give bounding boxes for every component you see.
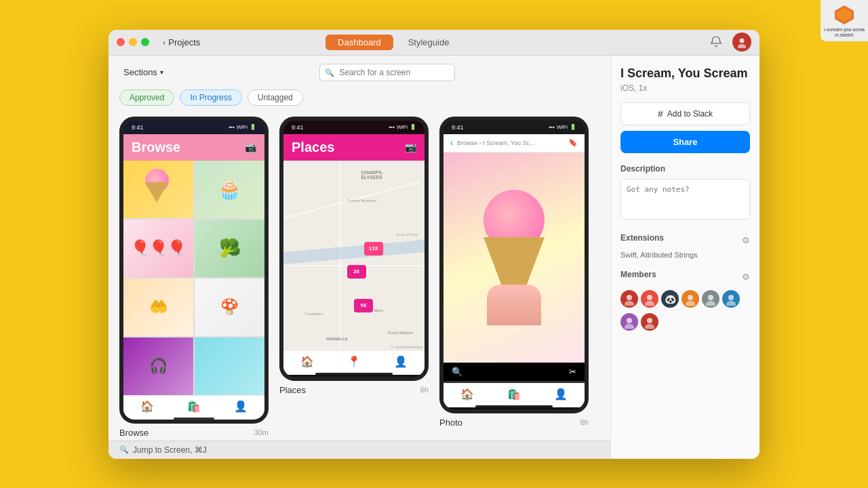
tabbar-person-icon[interactable]: 👤 [234,400,248,413]
filter-untagged[interactable]: Untagged [248,89,303,106]
breadcrumb-nav[interactable]: ‹ Projects [163,37,200,47]
sections-dropdown[interactable]: Sections ▾ [119,64,167,80]
close-button[interactable] [117,38,125,46]
grid-cell-3: 🎈🎈🎈 [123,220,193,277]
svg-point-13 [726,301,736,306]
places-tabbar-person[interactable]: 👤 [394,355,408,368]
extensions-label: Extensions [620,233,664,243]
minimize-button[interactable] [129,38,137,46]
grid-cell-5: 🤲 [123,279,193,336]
member-avatar-4[interactable] [682,290,699,308]
traffic-lights [117,38,149,46]
tabbar-bag-icon[interactable]: 🛍️ [187,400,201,413]
image-grid: 🧁 🎈🎈🎈 🥦 🤲 [123,161,264,395]
places-screen-content: Places 📷 CHAMPS-ELYSEES [283,134,425,375]
photo-back-btn[interactable]: ‹ [450,138,453,148]
members-filter-icon[interactable]: ⚙ [742,272,750,282]
screen-name-browse: Browse [119,428,149,438]
photo-tabbar-person[interactable]: 👤 [554,388,568,401]
photo-tabbar-bag[interactable]: 🛍️ [507,388,521,401]
tab-dashboard[interactable]: Dashboard [326,35,393,50]
member-avatar-8[interactable] [641,313,658,331]
screen-name-places: Places [279,385,306,395]
member-avatar-2[interactable] [641,290,658,308]
member-avatar-7[interactable] [620,313,638,331]
map-pin-1[interactable]: 28 [347,265,366,279]
screen-card-places[interactable]: 9:41 ▪▪▪ WiFi 🔋 Places 📷 [279,117,429,398]
screens-area: 9:41 ▪▪▪ WiFi 🔋 Browse 📷 [108,111,610,441]
search-input[interactable] [319,64,455,81]
grid-cell-1 [123,161,193,218]
places-tabbar: 🏠 📍 👤 [283,350,425,371]
member-avatar-6[interactable] [722,290,740,308]
tabbar-home-icon[interactable]: 🏠 [140,400,154,413]
places-tabbar-places[interactable]: 📍 [347,355,361,368]
main-content: Sections ▾ 🔍 Approved In Progress Untagg… [108,56,760,459]
member-avatar-1[interactable] [620,290,638,308]
tab-styleguide[interactable]: Styleguide [396,35,462,50]
slack-icon: # [658,108,663,119]
pin-label-2: 119 [369,245,378,251]
extensions-filter-icon[interactable]: ⚙ [742,235,750,245]
browse-header: Browse 📷 [123,134,264,161]
filter-chips: Approved In Progress Untagged [108,87,610,111]
jump-to-screen-label[interactable]: Jump to Screen, ⌘J [133,445,207,455]
search-icon-footer: 🔍 [119,445,129,454]
add-slack-label: Add to Slack [667,109,713,119]
projects-back-link[interactable]: Projects [168,37,200,47]
screen-label-photo: Photo 6h [439,413,589,430]
screen-time-browse: 30m [254,428,269,436]
grid-cell-8 [195,338,264,395]
notifications-icon[interactable] [707,33,726,52]
map-pin-2[interactable]: 119 [364,242,383,256]
extensions-row: Extensions ⚙ [620,233,750,248]
app-window: ‹ Projects Dashboard Styleguide [108,30,760,459]
members-label: Members [620,270,656,279]
places-camera-icon: 📷 [405,142,416,152]
member-avatar-3[interactable]: 🐼 [661,290,679,308]
map-area: CHAMPS-ELYSEES Guimet Museum Quai d'Orsa… [283,161,425,350]
photo-image-area [443,152,585,363]
svg-point-16 [647,318,652,323]
nav-tabs: Dashboard Styleguide [326,35,461,50]
toolbar: Sections ▾ 🔍 [108,56,610,87]
places-tabbar-home[interactable]: 🏠 [300,355,314,368]
maximize-button[interactable] [141,38,149,46]
screen-title: I Scream, You Scream [620,66,750,81]
filter-approved[interactable]: Approved [119,89,174,106]
screen-name-photo: Photo [439,418,462,428]
crop-icon[interactable]: ✂ [569,367,576,377]
user-avatar[interactable] [732,33,751,52]
screen-time-photo: 6h [580,418,589,426]
grid-cell-2: 🧁 [195,161,264,218]
camera-icon: 📷 [245,142,256,152]
chevron-down-icon: ▾ [160,68,163,76]
filter-in-progress[interactable]: In Progress [180,89,241,106]
add-to-slack-button[interactable]: # Add to Slack [620,102,750,125]
bookmark-icon[interactable]: 🔖 [568,138,578,147]
share-button[interactable]: Share [620,131,750,153]
screen-time-places: 6h [420,386,429,394]
screen-card-photo[interactable]: 9:41 ▪▪▪ WiFi 🔋 ‹ Browse › I Scream, You… [439,117,589,430]
extensions-value: Swift, Attributed Strings [620,251,750,259]
browse-tabbar: 🏠 🛍️ 👤 [123,395,264,415]
svg-point-5 [625,301,634,306]
map-background: CHAMPS-ELYSEES Guimet Museum Quai d'Orsa… [283,161,425,350]
svg-point-7 [645,301,654,306]
pin-label-1: 28 [353,268,359,274]
grid-cell-6: 🍄 [195,279,264,336]
svg-point-6 [647,295,652,300]
svg-point-15 [625,324,634,329]
svg-point-10 [708,295,713,300]
places-header: Places 📷 [283,134,425,161]
zoom-out-icon[interactable]: 🔍 [452,367,462,377]
map-pin-3[interactable]: 56 [354,299,373,312]
notes-textarea[interactable] [620,179,750,220]
member-avatar-5[interactable] [702,290,719,308]
sketch-file-label: i-scream-you-scream.sketch [823,27,865,39]
screen-card-browse[interactable]: 9:41 ▪▪▪ WiFi 🔋 Browse 📷 [119,117,269,441]
photo-tabbar-home[interactable]: 🏠 [460,388,474,401]
titlebar: ‹ Projects Dashboard Styleguide [108,30,760,56]
member-avatars: 🐼 [620,290,750,331]
right-panel: I Scream, You Scream iOS, 1x # Add to Sl… [610,56,760,459]
